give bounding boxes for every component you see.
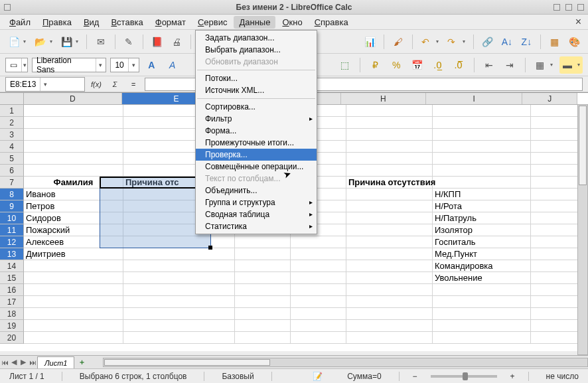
menu-item--[interactable]: Статистика xyxy=(196,220,317,232)
menu-item--[interactable]: Выбрать диапазон... xyxy=(196,44,317,56)
row-header-19[interactable]: 19 xyxy=(0,320,24,332)
zoom-plus-button[interactable]: + xyxy=(510,372,515,381)
menu-help[interactable]: Справка xyxy=(309,16,354,29)
menu-item--[interactable]: Задать диапазон... xyxy=(196,32,317,44)
cell-D14[interactable] xyxy=(24,260,123,272)
cell-G15[interactable] xyxy=(291,272,346,284)
cell-D1[interactable] xyxy=(24,105,123,117)
cell-I8[interactable]: Н/КПП xyxy=(433,189,531,200)
cell-D19[interactable] xyxy=(24,320,123,332)
close-document-button[interactable]: × xyxy=(573,16,584,28)
menu-item--[interactable]: Форма... xyxy=(196,125,317,137)
cell-D2[interactable] xyxy=(24,117,123,129)
cell-I10[interactable]: Н/Патруль xyxy=(433,212,531,224)
cell-F18[interactable] xyxy=(235,308,291,320)
sheet-tab[interactable]: Лист1 xyxy=(37,356,74,368)
cell-I15[interactable]: Увольнение xyxy=(433,272,531,284)
row-header-10[interactable]: 10 xyxy=(0,212,24,224)
function-wizard-button[interactable]: f(x) xyxy=(89,78,104,91)
cell-H17[interactable] xyxy=(346,296,433,308)
row-header-14[interactable]: 14 xyxy=(0,260,24,272)
menu-item--[interactable]: Сортировка... xyxy=(196,101,317,113)
cell-H2[interactable] xyxy=(346,117,433,129)
cell-I18[interactable] xyxy=(433,308,531,320)
page-style-label[interactable]: Базовый xyxy=(218,372,257,381)
borders-button[interactable]: ▦ xyxy=(532,56,555,74)
cell-I2[interactable] xyxy=(433,117,531,129)
cell-I17[interactable] xyxy=(433,296,531,308)
cell-F15[interactable] xyxy=(235,272,291,284)
cell-H10[interactable] xyxy=(346,212,433,224)
menu-data[interactable]: Данные xyxy=(234,16,275,29)
vertical-scrollbar[interactable] xyxy=(577,104,588,355)
font-size-combo[interactable]: 10▾ xyxy=(110,58,139,72)
cell-H1[interactable] xyxy=(346,105,433,117)
cell-E19[interactable] xyxy=(123,320,235,332)
cell-H9[interactable] xyxy=(346,200,433,212)
menu-tools[interactable]: Сервис xyxy=(192,16,233,29)
col-header-h[interactable]: H xyxy=(341,93,426,104)
bg-color-button[interactable]: ▬ xyxy=(559,56,583,74)
zoom-slider[interactable] xyxy=(431,375,497,378)
font-name-combo[interactable]: Liberation Sans▾ xyxy=(32,58,106,72)
cell-H19[interactable] xyxy=(346,320,433,332)
cell-H16[interactable] xyxy=(346,284,433,296)
cell-H12[interactable] xyxy=(346,236,433,248)
cell-E20[interactable] xyxy=(123,332,235,344)
cell-H11[interactable] xyxy=(346,224,433,236)
menu-item--xml-[interactable]: Источник XML... xyxy=(196,84,317,96)
row-header-8[interactable]: 8 xyxy=(0,189,24,200)
signature-label[interactable]: 📝 xyxy=(309,372,327,381)
cell-H18[interactable] xyxy=(346,308,433,320)
number-format-label[interactable]: не число xyxy=(542,372,583,381)
row-header-9[interactable]: 9 xyxy=(0,200,24,212)
cell-I13[interactable]: Мед.Пункт xyxy=(433,248,531,260)
row-header-5[interactable]: 5 xyxy=(0,153,24,165)
date-button[interactable]: 📅 xyxy=(409,56,425,74)
remove-decimal-button[interactable]: .0̅ xyxy=(450,56,467,74)
percent-button[interactable]: % xyxy=(388,56,405,74)
menu-item--[interactable]: Сводная таблица xyxy=(196,208,317,220)
cell-H7[interactable]: Причина отсутствия xyxy=(346,177,433,189)
autofilter-button[interactable]: ▦ xyxy=(546,33,563,50)
row-headers[interactable]: 1234567891011121314151617181920 xyxy=(0,105,24,344)
decrease-indent-button[interactable]: ⇤ xyxy=(480,56,497,74)
sort-desc-button[interactable]: Z↓ xyxy=(518,33,536,50)
row-header-3[interactable]: 3 xyxy=(0,129,24,141)
row-header-20[interactable]: 20 xyxy=(0,332,24,344)
menu-file[interactable]: Файл xyxy=(4,16,36,29)
fill-handle[interactable] xyxy=(208,246,212,250)
cell-D17[interactable] xyxy=(24,296,123,308)
row-header-17[interactable]: 17 xyxy=(0,296,24,308)
menu-edit[interactable]: Правка xyxy=(37,16,77,29)
chart-button[interactable]: 📊 xyxy=(362,33,379,50)
row-header-18[interactable]: 18 xyxy=(0,308,24,320)
print-button[interactable]: 🖨 xyxy=(169,33,186,50)
name-box[interactable]: E8:E13▾ xyxy=(5,77,85,92)
edit-mode-button[interactable]: ✎ xyxy=(121,33,138,50)
cell-D5[interactable] xyxy=(24,153,123,165)
row-header-15[interactable]: 15 xyxy=(0,272,24,284)
menu-item--[interactable]: Потоки... xyxy=(196,72,317,84)
cell-I14[interactable]: Командировка xyxy=(433,260,531,272)
cell-G14[interactable] xyxy=(291,260,346,272)
cell-E14[interactable] xyxy=(123,260,235,272)
cell-E17[interactable] xyxy=(123,296,235,308)
cell-D16[interactable] xyxy=(24,284,123,296)
row-header-4[interactable]: 4 xyxy=(0,141,24,153)
sum-label[interactable]: Сумма=0 xyxy=(343,372,385,381)
open-button[interactable]: 📂 xyxy=(31,33,54,50)
sheet-nav-last[interactable]: ⏭ xyxy=(28,358,37,366)
zoom-knob[interactable] xyxy=(463,372,468,380)
cell-G12[interactable] xyxy=(291,236,346,248)
close-window-button[interactable] xyxy=(577,4,584,11)
cell-H14[interactable] xyxy=(346,260,433,272)
row-header-2[interactable]: 2 xyxy=(0,117,24,129)
cell-I9[interactable]: Н/Рота xyxy=(433,200,531,212)
cell-H5[interactable] xyxy=(346,153,433,165)
col-header-i[interactable]: I xyxy=(426,93,523,104)
cell-D6[interactable] xyxy=(24,165,123,177)
cell-H4[interactable] xyxy=(346,141,433,153)
cell-I11[interactable]: Изолятор xyxy=(433,224,531,236)
cell-H15[interactable] xyxy=(346,272,433,284)
